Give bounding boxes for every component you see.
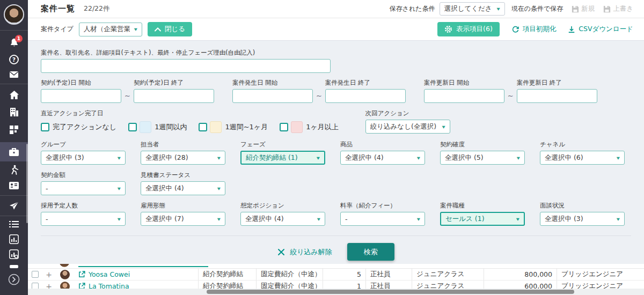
contract-date-start-input[interactable] [41, 89, 121, 103]
filter-label: 担当者 [141, 141, 225, 149]
saved-conditions-select[interactable]: 選択してください ▼ [440, 2, 505, 16]
save-new-button[interactable]: 新規 [572, 4, 595, 13]
fee-rate-select[interactable]: -▼ [340, 212, 425, 226]
range-separator: ~ [316, 92, 322, 100]
sidebar-scrollbar[interactable] [26, 144, 28, 223]
horizontal-scrollbar-track[interactable] [28, 289, 644, 295]
page-title: 案件一覧 [41, 4, 75, 14]
sidebar-item-modules[interactable] [0, 125, 28, 135]
row-checkbox[interactable] [32, 271, 39, 278]
filter-panel: 案件名、取引先名、詳細項目(テキスト)、最終・停止フェーズ理由(自由記入) 契約… [28, 40, 644, 264]
next-action-select[interactable]: 絞り込みなし(全選択) ▼ [365, 120, 450, 134]
sidebar-item-cases[interactable] [0, 142, 28, 161]
display-items-button[interactable]: 表示項目(6) [437, 22, 500, 36]
keyword-input[interactable] [41, 59, 331, 73]
save-current-label: 現在の条件で保存 [511, 4, 564, 13]
checkbox-label: 1週間以内 [155, 122, 187, 132]
chevron-down-icon: ▼ [217, 156, 221, 160]
chevron-down-icon: ▼ [617, 156, 620, 160]
product-select[interactable]: 全選択中 (4)▼ [340, 151, 425, 165]
filter-label: 採用予定人数 [41, 202, 126, 210]
employment-type-select[interactable]: 全選択中 (7)▼ [141, 212, 225, 226]
date-label: 案件発生日 開始 [232, 79, 313, 87]
horizontal-scrollbar-thumb[interactable] [207, 290, 574, 294]
created-date-start-input[interactable] [232, 89, 313, 103]
close-filters-button[interactable]: 閉じる [148, 22, 192, 36]
search-button[interactable]: 検索 [347, 243, 394, 261]
updated-date-start-input[interactable] [424, 89, 504, 103]
position-select[interactable]: 全選択中 (4)▼ [240, 212, 325, 226]
week-to-month-option[interactable]: 1週間~1ヶ月 [199, 121, 268, 133]
within-week-checkbox[interactable] [128, 123, 137, 131]
sidebar-item-minimized[interactable] [0, 265, 28, 268]
sidebar: 1 ? [0, 0, 28, 295]
gear-icon [444, 25, 452, 33]
channel-select[interactable]: 全選択中 (6)▼ [540, 151, 625, 165]
no-completed-action-option[interactable]: 完了アクションなし [41, 122, 116, 132]
clear-filters-button[interactable]: 絞り込み解除 [277, 247, 332, 257]
sidebar-expand-button[interactable] [0, 274, 28, 285]
planned-hires-select[interactable]: -▼ [41, 212, 126, 226]
sidebar-item-lists[interactable] [0, 220, 28, 228]
sidebar-item-report-settings[interactable] [0, 249, 28, 259]
chevron-down-icon: ▼ [134, 27, 137, 32]
sidebar-item-send[interactable] [0, 201, 28, 211]
table-row-partial [28, 264, 644, 269]
date-label: 案件更新日 終了 [517, 79, 597, 87]
result-count: 22/22件 [84, 4, 110, 13]
select-value: 全選択中 (4) [345, 153, 384, 163]
contract-date-end-input[interactable] [134, 89, 214, 103]
filter-label: グループ [41, 141, 126, 149]
divider [0, 216, 28, 216]
chevron-down-icon: ▼ [118, 156, 121, 160]
group-select[interactable]: 全選択中 (3)▼ [41, 151, 126, 165]
sidebar-item-company[interactable] [0, 107, 28, 117]
over-month-checkbox[interactable] [280, 123, 288, 131]
csv-download-label: CSVダウンロード [579, 25, 633, 34]
save-new-label: 新規 [581, 4, 595, 13]
minimized-item-icon [10, 265, 18, 268]
expand-row-button[interactable]: + [42, 269, 56, 280]
user-avatar-button[interactable] [0, 4, 28, 25]
filter-label: 契約金額 [41, 171, 126, 179]
no-completed-action-checkbox[interactable] [41, 123, 49, 131]
sidebar-item-home[interactable] [0, 90, 28, 100]
interview-status-select[interactable]: 全選択中 (3)▼ [540, 212, 625, 226]
job-category-select[interactable]: セールス (1)▼ [440, 212, 525, 226]
case-link-clipped [78, 266, 208, 267]
created-date-end-input[interactable] [325, 89, 406, 103]
updated-date-end-input[interactable] [517, 89, 597, 103]
over-month-option[interactable]: 1ヶ月以上 [280, 121, 339, 133]
next-action-value: 絞り込みなし(全選択) [370, 122, 436, 131]
sidebar-item-candidates[interactable] [0, 165, 28, 175]
id-card-icon [9, 181, 19, 190]
filter-label: チャネル [540, 141, 625, 149]
reset-items-button[interactable]: 項目初期化 [511, 25, 557, 34]
chevron-down-icon: ▼ [317, 156, 320, 160]
sidebar-item-notifications[interactable]: 1 [0, 38, 28, 48]
date-filter-row: 契約(予定)日 開始 ~ 契約(予定)日 終了 案件発生日 開始 ~ 案件発生日… [41, 79, 631, 103]
sidebar-item-mail[interactable] [0, 71, 28, 78]
within-week-option[interactable]: 1週間以内 [128, 121, 187, 133]
probability-select[interactable]: 全選択中 (5)▼ [440, 151, 525, 165]
csv-download-button[interactable]: CSVダウンロード [568, 25, 633, 34]
sidebar-item-help[interactable]: ? [0, 55, 28, 64]
week-to-month-checkbox[interactable] [199, 123, 207, 131]
floppy-icon [572, 5, 579, 13]
case-link[interactable]: Yoosa Cowei [89, 270, 130, 278]
owner-select[interactable]: 全選択中 (28)▼ [141, 151, 225, 165]
filter-actions: 絞り込み解除 検索 [41, 236, 631, 264]
save-overwrite-button[interactable]: 上書き [603, 4, 633, 13]
sidebar-item-reports[interactable] [0, 234, 28, 244]
chevron-down-icon: ▼ [118, 186, 121, 190]
case-type-select[interactable]: 人材（企業営業） ▼ [79, 23, 142, 36]
notification-badge: 1 [15, 35, 23, 42]
quote-status-select[interactable]: 全選択中 (4)▼ [141, 181, 225, 195]
chevron-down-icon: ▼ [516, 217, 519, 221]
class-cell: ジュニアクラス [412, 269, 484, 280]
sidebar-item-contacts[interactable] [0, 181, 28, 190]
phase-select[interactable]: 紹介契約締結 (1)▼ [240, 151, 325, 165]
contract-amount-select[interactable]: -▼ [41, 181, 126, 195]
display-items-label: 表示項目(6) [456, 25, 493, 34]
save-overwrite-label: 上書き [613, 4, 633, 13]
